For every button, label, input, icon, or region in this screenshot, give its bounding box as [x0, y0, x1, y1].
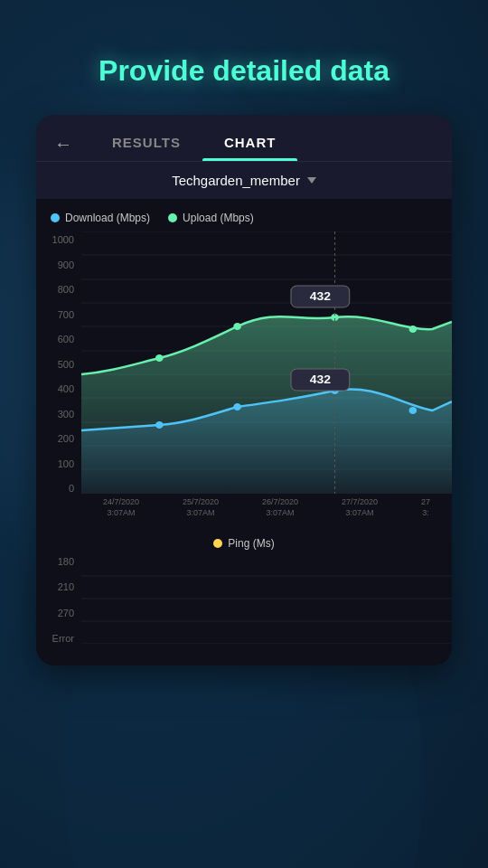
x-label-4: 27/7/2020 3:07AM — [342, 494, 378, 521]
chart2-svg-wrap — [81, 553, 452, 644]
chart1-x-axis: 24/7/2020 3:07AM 25/7/2020 3:07AM 26/7/2… — [81, 494, 452, 521]
chart1-svg: 432 432 — [81, 231, 452, 494]
upload-point-1 — [155, 354, 164, 362]
y-label-0: 0 — [40, 484, 74, 494]
main-card: ← RESULTS CHART Techgarden_member Downlo… — [36, 115, 452, 665]
y-label-200: 200 — [40, 434, 74, 444]
chart2-legend: Ping (Ms) — [36, 532, 452, 553]
download-upload-chart: Download (Mbps) Upload (Mbps) 0 100 200 … — [36, 199, 452, 524]
y-label-800: 800 — [40, 285, 74, 295]
y-label-100: 100 — [40, 459, 74, 469]
download-legend-item: Download (Mbps) — [51, 212, 150, 224]
y-label-700: 700 — [40, 310, 74, 320]
download-point-1 — [155, 421, 164, 429]
ping-chart: Ping (Ms) Error 270 210 180 — [36, 524, 452, 665]
chart1-y-axis: 0 100 200 300 400 500 600 700 800 900 10… — [36, 231, 81, 494]
dropdown-arrow-icon — [307, 177, 316, 184]
upload-point-2 — [233, 323, 241, 330]
y2-label-270: 270 — [40, 609, 74, 618]
chart1-svg-wrap: 432 432 — [81, 231, 452, 494]
x-label-3: 26/7/2020 3:07AM — [262, 494, 298, 521]
page-title: Provide detailed data — [99, 54, 389, 88]
ping-legend-item: Ping (Ms) — [213, 537, 274, 550]
y-label-1000: 1000 — [40, 235, 74, 245]
y2-label-210: 210 — [40, 582, 74, 592]
upload-legend-label: Upload (Mbps) — [183, 212, 254, 224]
download-legend-dot — [51, 213, 60, 222]
download-point-4 — [409, 407, 418, 414]
chart2-area: Error 270 210 180 — [36, 553, 452, 662]
dropdown-row: Techgarden_member — [36, 162, 452, 199]
tab-chart[interactable]: CHART — [202, 127, 298, 161]
y-label-400: 400 — [40, 384, 74, 394]
chart1-legend: Download (Mbps) Upload (Mbps) — [36, 206, 452, 231]
y-label-300: 300 — [40, 410, 74, 420]
upload-legend-dot — [168, 213, 177, 222]
tab-results[interactable]: RESULTS — [90, 127, 202, 161]
upload-legend-item: Upload (Mbps) — [168, 212, 254, 224]
chart2-y-axis: Error 270 210 180 — [36, 553, 81, 644]
y-label-500: 500 — [40, 360, 74, 370]
chart1-area: 0 100 200 300 400 500 600 700 800 900 10… — [36, 231, 452, 521]
download-tooltip-text: 432 — [310, 373, 331, 385]
page-content: Provide detailed data ← RESULTS CHART Te… — [0, 0, 488, 868]
server-dropdown[interactable]: Techgarden_member — [172, 173, 316, 188]
x-label-1: 24/7/2020 3:07AM — [103, 494, 139, 521]
x-label-2: 25/7/2020 3:07AM — [183, 494, 219, 521]
y-label-600: 600 — [40, 335, 74, 344]
back-button[interactable]: ← — [51, 130, 76, 158]
y2-label-error: Error — [40, 634, 74, 644]
upload-point-4 — [409, 326, 418, 333]
ping-legend-label: Ping (Ms) — [228, 537, 274, 550]
y2-label-180: 180 — [40, 557, 74, 567]
ping-legend-dot — [213, 539, 222, 548]
chart2-svg — [81, 553, 452, 644]
x-label-5: 27 3: — [421, 494, 430, 521]
y-label-900: 900 — [40, 260, 74, 270]
upload-tooltip-text: 432 — [310, 289, 331, 302]
server-label: Techgarden_member — [172, 173, 300, 188]
download-point-2 — [233, 403, 241, 410]
download-legend-label: Download (Mbps) — [65, 212, 150, 224]
tab-bar: ← RESULTS CHART — [36, 115, 452, 162]
